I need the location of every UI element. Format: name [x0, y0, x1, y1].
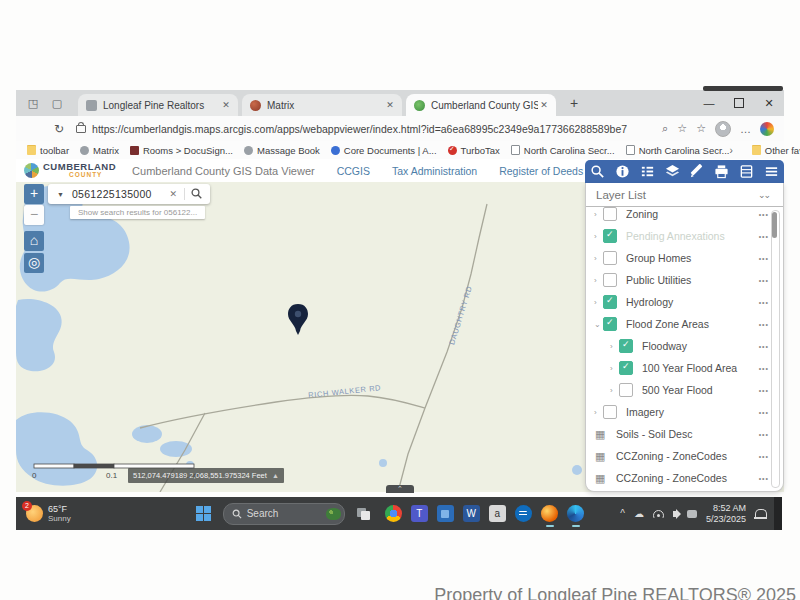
lock-icon[interactable]	[76, 125, 86, 133]
layer-checkbox[interactable]	[603, 229, 617, 243]
layer-menu-icon[interactable]	[759, 299, 769, 306]
tab-close-icon[interactable]	[538, 99, 550, 111]
zoom-page-icon[interactable]: ⌕	[662, 122, 668, 135]
layer-row-100-year-flood[interactable]: 100 Year Flood Area	[586, 357, 783, 379]
layer-menu-icon[interactable]	[759, 211, 769, 218]
parcel-search-box[interactable]: 0561225135000	[48, 184, 210, 204]
layer-menu-icon[interactable]	[759, 321, 769, 328]
layer-menu-icon[interactable]	[759, 453, 769, 460]
expand-icon[interactable]	[610, 342, 619, 351]
attribute-table-handle[interactable]	[386, 485, 414, 493]
tab-gis-active[interactable]: Cumberland County GIS Data Vie	[406, 94, 556, 116]
minimize-button[interactable]: —	[694, 90, 724, 116]
bookmark-massage-book[interactable]: Massage Book	[244, 145, 320, 156]
draw-measure-icon[interactable]	[689, 164, 704, 179]
table-row-cczoning-1[interactable]: CCZoning - ZoneCodes	[586, 445, 783, 467]
layers-icon[interactable]	[665, 164, 680, 179]
layer-menu-icon[interactable]	[759, 343, 769, 350]
bookmark-nc-secretary-1[interactable]: North Carolina Secr...	[511, 145, 615, 156]
layer-row-zoning[interactable]: Zoning	[586, 203, 783, 225]
restore-button[interactable]	[724, 90, 754, 116]
attribute-table-icon[interactable]	[739, 164, 754, 179]
expand-icon[interactable]	[594, 298, 603, 307]
tab-close-icon[interactable]	[220, 99, 232, 111]
tab-actions-icon[interactable]: ▢	[50, 96, 64, 110]
search-input[interactable]: 0561225135000	[72, 188, 170, 200]
layer-menu-icon[interactable]	[759, 409, 769, 416]
expand-icon[interactable]	[594, 232, 603, 241]
link-ccgis[interactable]: CCGIS	[337, 165, 370, 177]
layer-menu-icon[interactable]	[759, 475, 769, 482]
favorite-star-icon[interactable]: ☆	[677, 122, 687, 135]
volume-icon[interactable]	[673, 511, 678, 517]
my-location-button[interactable]: ◎	[24, 253, 44, 273]
layer-checkbox[interactable]	[603, 295, 617, 309]
url-text[interactable]: https://cumberlandgis.maps.arcgis.com/ap…	[92, 123, 627, 135]
blue-app-icon[interactable]	[437, 505, 454, 522]
layer-checkbox[interactable]	[619, 339, 633, 353]
refresh-icon[interactable]: ↻	[54, 122, 64, 136]
workspaces-icon[interactable]: ◳	[26, 96, 40, 110]
teams-icon[interactable]: T	[411, 505, 428, 522]
layer-row-imagery[interactable]: Imagery	[586, 401, 783, 423]
bookmark-matrix[interactable]: Matrix	[80, 145, 119, 156]
layer-row-pending-annexations[interactable]: Pending Annexations	[586, 225, 783, 247]
taskbar-search[interactable]: Search	[223, 503, 345, 525]
layer-row-floodway[interactable]: Floodway	[586, 335, 783, 357]
bookmark-toolbar[interactable]: toolbar	[27, 145, 69, 156]
collapse-all-icon[interactable]	[758, 190, 769, 200]
amazon-icon[interactable]: a	[489, 505, 506, 522]
zoom-out-button[interactable]: −	[24, 205, 44, 225]
expand-icon[interactable]	[594, 408, 603, 417]
favorites-bar-icon[interactable]: ☆	[696, 122, 706, 135]
layer-menu-icon[interactable]	[759, 255, 769, 262]
clear-search-icon[interactable]	[169, 189, 177, 199]
layer-menu-icon[interactable]	[759, 365, 769, 372]
firefox-icon[interactable]	[541, 505, 558, 522]
close-button[interactable]: ✕	[754, 90, 784, 116]
edge-icon[interactable]	[567, 505, 584, 522]
bookmark-rooms[interactable]: Rooms > DocuSign...	[130, 145, 233, 156]
expand-icon[interactable]	[594, 210, 603, 219]
layer-checkbox[interactable]	[619, 383, 633, 397]
search-suggestion[interactable]: Show search results for 056122...	[70, 206, 205, 219]
expand-icon[interactable]	[610, 386, 619, 395]
tab-longleaf[interactable]: Longleaf Pine Realtors	[78, 94, 238, 116]
task-view-button[interactable]	[357, 508, 371, 520]
table-row-soils[interactable]: Soils - Soil Desc	[586, 423, 783, 445]
layer-row-public-utilities[interactable]: Public Utilities	[586, 269, 783, 291]
other-favorites[interactable]: Other favorites	[752, 145, 800, 156]
locate-coords-icon[interactable]	[272, 468, 279, 483]
print-icon[interactable]	[714, 164, 729, 179]
scrollbar-thumb[interactable]	[772, 212, 777, 238]
more-menu-icon[interactable]: …	[740, 123, 751, 135]
wifi-icon[interactable]	[653, 510, 664, 518]
layer-checkbox[interactable]	[603, 317, 617, 331]
bookmarks-overflow-chevron[interactable]: ›	[729, 145, 732, 156]
tab-matrix[interactable]: Matrix	[242, 94, 402, 116]
layer-row-group-homes[interactable]: Group Homes	[586, 247, 783, 269]
search-icon[interactable]	[191, 188, 202, 201]
start-button[interactable]	[196, 506, 211, 521]
link-register-of-deeds[interactable]: Register of Deeds	[499, 165, 583, 177]
word-icon[interactable]: W	[463, 505, 480, 522]
layer-menu-icon[interactable]	[759, 431, 769, 438]
bookmark-core-documents[interactable]: Core Documents | A...	[331, 145, 437, 156]
bookmark-nc-secretary-2[interactable]: North Carolina Secr...	[626, 145, 730, 156]
expand-icon[interactable]	[594, 276, 603, 285]
chrome-icon[interactable]	[385, 505, 402, 522]
profile-avatar[interactable]	[715, 121, 731, 137]
tray-chevron-icon[interactable]: ^	[620, 508, 625, 519]
info-icon[interactable]	[615, 164, 630, 179]
zoom-in-button[interactable]: +	[24, 184, 44, 204]
layer-menu-icon[interactable]	[759, 233, 769, 240]
layer-checkbox[interactable]	[603, 405, 617, 419]
more-widgets-menu-icon[interactable]	[764, 164, 779, 179]
layer-checkbox[interactable]	[603, 207, 617, 221]
layer-checkbox[interactable]	[603, 251, 617, 265]
layer-checkbox[interactable]	[619, 361, 633, 375]
notification-bell-icon[interactable]	[755, 509, 767, 519]
legend-icon[interactable]	[640, 164, 655, 179]
onedrive-cloud-icon[interactable]: ☁	[634, 508, 644, 519]
layer-row-hydrology[interactable]: Hydrology	[586, 291, 783, 313]
